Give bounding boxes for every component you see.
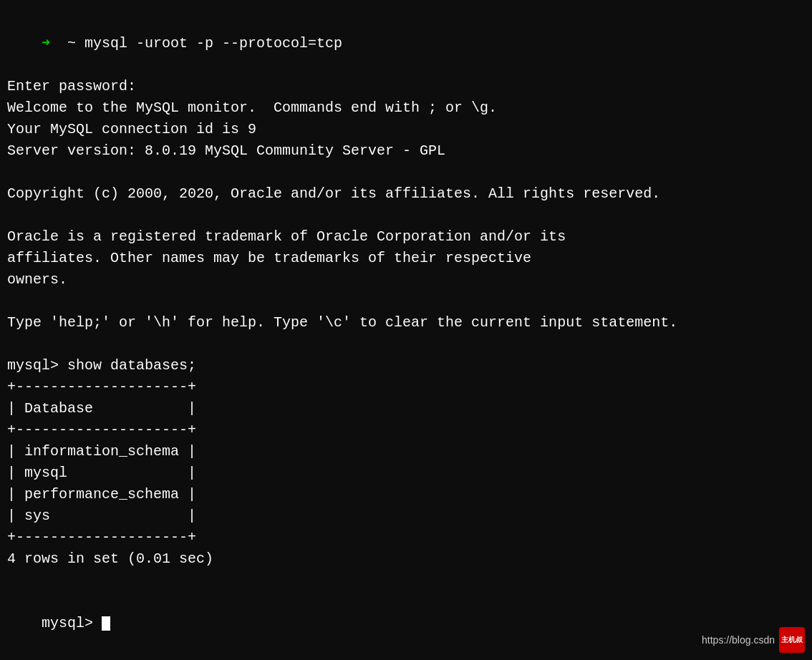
rows-count-line: 4 rows in set (0.01 sec) bbox=[7, 548, 805, 570]
watermark-url: https://blog.csdn bbox=[702, 634, 775, 646]
shell-command-line: ➜ ~ mysql -uroot -p --protocol=tcp bbox=[7, 11, 805, 76]
table-row-mysql: | mysql | bbox=[7, 462, 805, 484]
show-databases-command: mysql> show databases; bbox=[7, 355, 805, 377]
table-bottom-border: +--------------------+ bbox=[7, 527, 805, 548]
empty-line-4 bbox=[7, 334, 805, 355]
welcome-line: Welcome to the MySQL monitor. Commands e… bbox=[7, 97, 805, 119]
final-prompt-line[interactable]: mysql> bbox=[7, 591, 805, 656]
empty-line-2 bbox=[7, 205, 805, 226]
mysql-prompt-text: mysql> bbox=[42, 615, 102, 631]
watermark-logo: 主机叔 bbox=[779, 627, 805, 653]
connection-id-line: Your MySQL connection id is 9 bbox=[7, 119, 805, 140]
empty-line-3 bbox=[7, 291, 805, 312]
empty-line-5 bbox=[7, 570, 805, 591]
table-row-performance-schema: | performance_schema | bbox=[7, 484, 805, 505]
table-header: | Database | bbox=[7, 398, 805, 419]
enter-password-line: Enter password: bbox=[7, 76, 805, 97]
oracle-line-2: affiliates. Other names may be trademark… bbox=[7, 248, 805, 269]
help-line: Type 'help;' or '\h' for help. Type '\c'… bbox=[7, 312, 805, 334]
copyright-line: Copyright (c) 2000, 2020, Oracle and/or … bbox=[7, 183, 805, 205]
shell-command-text: ~ mysql -uroot -p --protocol=tcp bbox=[67, 35, 342, 52]
watermark-container: https://blog.csdn 主机叔 bbox=[702, 627, 805, 653]
oracle-line-1: Oracle is a registered trademark of Orac… bbox=[7, 226, 805, 248]
server-version-line: Server version: 8.0.19 MySQL Community S… bbox=[7, 140, 805, 162]
oracle-line-3: owners. bbox=[7, 269, 805, 291]
empty-line-1 bbox=[7, 162, 805, 183]
terminal-cursor bbox=[102, 616, 110, 631]
table-separator: +--------------------+ bbox=[7, 419, 805, 441]
terminal-window[interactable]: ➜ ~ mysql -uroot -p --protocol=tcp Enter… bbox=[0, 0, 812, 660]
table-row-sys: | sys | bbox=[7, 505, 805, 527]
table-row-information-schema: | information_schema | bbox=[7, 441, 805, 462]
shell-prompt-arrow: ➜ bbox=[42, 35, 67, 52]
watermark-logo-text: 主机叔 bbox=[781, 635, 803, 645]
table-top-border: +--------------------+ bbox=[7, 377, 805, 398]
